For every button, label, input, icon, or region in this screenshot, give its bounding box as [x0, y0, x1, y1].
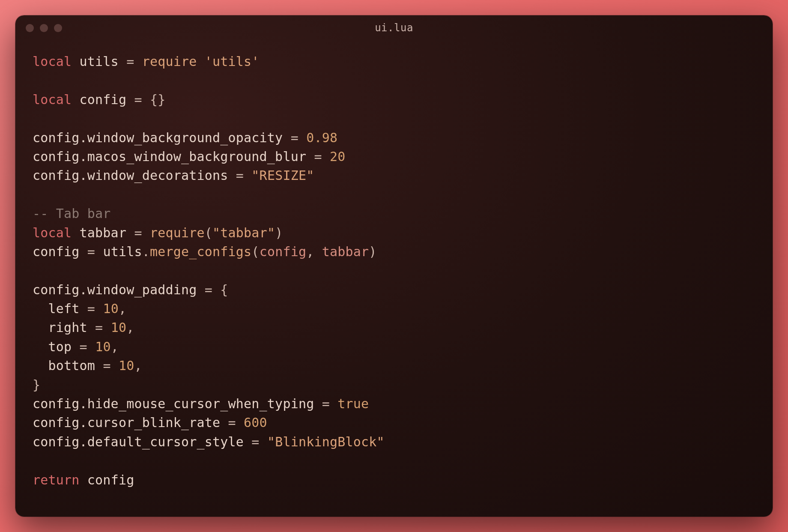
terminal-window: ui.lua local utils = require 'utils' loc… — [15, 15, 773, 517]
code-line: local utils = require 'utils' — [33, 54, 260, 69]
code-line: local config = {} — [33, 92, 165, 107]
window-title: ui.lua — [15, 22, 773, 34]
code-line: -- Tab bar — [33, 206, 111, 221]
code-line: config = utils.merge_configs(config, tab… — [33, 244, 377, 259]
titlebar: ui.lua — [15, 15, 773, 40]
minimize-icon[interactable] — [40, 24, 48, 32]
code-editor[interactable]: local utils = require 'utils' local conf… — [15, 40, 773, 517]
code-line: return config — [33, 472, 134, 487]
code-line: config.hide_mouse_cursor_when_typing = t… — [33, 396, 369, 411]
traffic-lights — [26, 24, 62, 32]
code-line: config.default_cursor_style = "BlinkingB… — [33, 434, 385, 449]
code-line: left = 10, — [33, 301, 126, 316]
code-line: local tabbar = require("tabbar") — [33, 225, 283, 240]
code-line: } — [33, 377, 40, 392]
code-line: config.window_decorations = "RESIZE" — [33, 168, 314, 183]
zoom-icon[interactable] — [54, 24, 62, 32]
code-line: config.window_padding = { — [33, 282, 228, 297]
close-icon[interactable] — [26, 24, 34, 32]
code-line: config.cursor_blink_rate = 600 — [33, 415, 267, 430]
code-line: right = 10, — [33, 320, 134, 335]
code-line: config.window_background_opacity = 0.98 — [33, 130, 337, 145]
code-line: bottom = 10, — [33, 358, 142, 373]
code-line: top = 10, — [33, 339, 119, 354]
code-line: config.macos_window_background_blur = 20 — [33, 149, 346, 164]
